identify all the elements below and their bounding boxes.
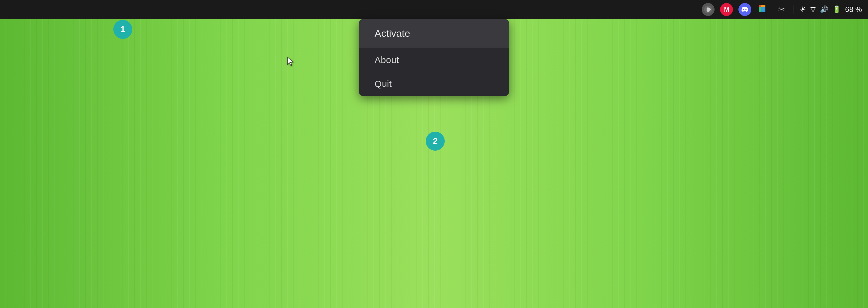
- svg-rect-6: [761, 7, 765, 12]
- brightness-icon[interactable]: ☀: [799, 5, 806, 14]
- annotation-1: 1: [113, 20, 132, 39]
- volume-icon[interactable]: 🔊: [820, 5, 828, 13]
- discord-icon[interactable]: [739, 3, 751, 16]
- colorful-app-icon[interactable]: [757, 3, 770, 16]
- menu-item-about[interactable]: About: [359, 48, 509, 72]
- taskbar-divider: [794, 5, 794, 14]
- battery-percentage: 68 %: [845, 5, 862, 14]
- taskbar-status: ☀ ▽ 🔊 🔋 68 %: [799, 5, 862, 14]
- battery-icon[interactable]: 🔋: [833, 5, 841, 13]
- context-menu: Activate About Quit: [359, 19, 509, 96]
- tray-app-icon[interactable]: [702, 3, 715, 16]
- scissors-icon[interactable]: ✂: [775, 3, 788, 16]
- svg-rect-1: [707, 7, 708, 8]
- taskbar: M ✂ ☀ ▽ 🔊 🔋 68 %: [0, 0, 868, 19]
- menu-item-quit[interactable]: Quit: [359, 72, 509, 96]
- menu-item-activate[interactable]: Activate: [359, 19, 509, 48]
- wifi-icon[interactable]: ▽: [810, 5, 816, 13]
- svg-rect-2: [708, 7, 709, 8]
- annotation-2: 2: [426, 132, 445, 151]
- mega-label: M: [724, 6, 729, 13]
- mega-icon[interactable]: M: [720, 3, 733, 16]
